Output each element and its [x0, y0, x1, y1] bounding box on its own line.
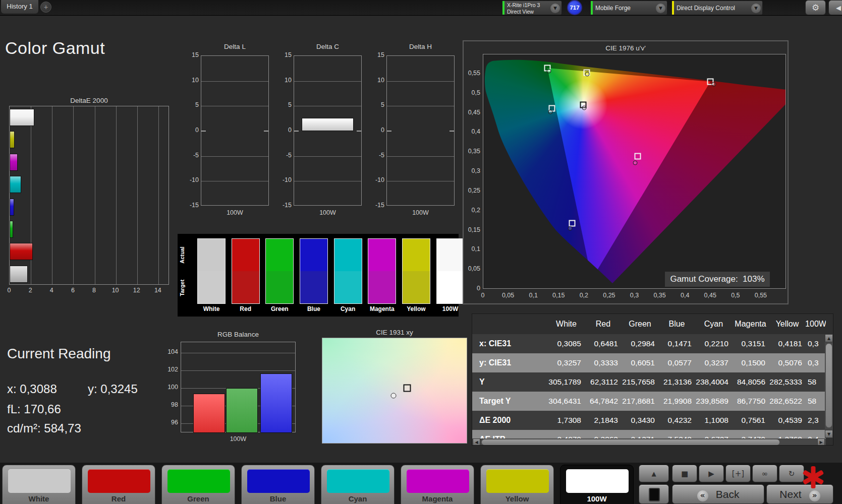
cie1976-y-tick: 0,25: [464, 187, 480, 194]
column-header-blue: Blue: [658, 314, 695, 334]
cell: 58: [806, 372, 826, 392]
delta-bar: [302, 118, 354, 131]
cie1976-y-tick: 0: [464, 285, 480, 292]
reading-cdm2: cd/m²: 584,73: [7, 421, 81, 435]
transport-stop-button[interactable]: ■: [672, 465, 697, 482]
swatch-target: [437, 271, 464, 303]
settings-button[interactable]: ⚙: [805, 0, 826, 15]
next-arrow-icon: »: [809, 490, 820, 501]
rgb-balance-title: RGB Balance: [181, 331, 296, 338]
target-marker-magenta: [635, 153, 641, 160]
delta-chart-plot-area: [294, 55, 362, 206]
stop-measure-asterisk-icon[interactable]: [802, 466, 825, 489]
patch-button-cyan[interactable]: Cyan: [321, 465, 395, 504]
deltae-bar-white: [10, 266, 28, 283]
cell: 0,3085: [548, 334, 585, 353]
swatch-label: 100W: [432, 305, 469, 312]
add-tab-button[interactable]: +: [40, 2, 51, 13]
delta-c-chart: Delta C151050-5-10-15100W: [294, 43, 362, 219]
source-dropdown[interactable]: Mobile Forge ▼: [590, 1, 667, 15]
chevron-down-icon[interactable]: ▼: [656, 4, 665, 13]
chevron-down-icon[interactable]: ▼: [751, 4, 761, 13]
scroll-left-icon[interactable]: ◀: [473, 438, 480, 446]
pattern-up-button[interactable]: ▲: [639, 465, 669, 482]
meter-dropdown[interactable]: X-Rite i1Pro 3 Direct View ▼: [502, 1, 562, 15]
cell: 0,4539: [769, 411, 806, 430]
cell: 1,7308: [548, 411, 585, 430]
delta-gridline: [387, 81, 454, 82]
table-header-row: WhiteRedGreenBlueCyanMagentaYellow100W: [472, 314, 826, 334]
cell: 282,6522: [769, 392, 806, 411]
cell: 0,3: [806, 334, 826, 353]
display-control-dropdown[interactable]: Direct Display Control ▼: [671, 1, 763, 15]
transport-single-measure-button[interactable]: [+]: [725, 465, 751, 482]
cie1976-x-tick: 0,2: [574, 292, 594, 299]
delta-y-tick: 0: [184, 127, 199, 134]
patch-button-white[interactable]: White: [2, 465, 76, 504]
cell: 86,7750: [732, 392, 769, 411]
zero-tick: [387, 131, 391, 132]
pattern-window-button[interactable]: [639, 484, 669, 504]
top-bar: History 1 + X-Rite i1Pro 3 Direct View ▼…: [0, 0, 842, 16]
deltae2000-x-tick: 10: [110, 287, 121, 294]
rgb-y-tick: 102: [161, 366, 178, 373]
patch-button-blue[interactable]: Blue: [241, 465, 315, 504]
row-label: Y: [472, 372, 548, 392]
cie1931-target-marker: [403, 385, 411, 392]
cell: 0,3237: [695, 353, 732, 372]
cie1976-x-tick: 0,15: [548, 292, 569, 299]
column-header-magenta: Magenta: [732, 314, 769, 334]
delta-gridline: [294, 106, 361, 106]
scroll-down-icon[interactable]: ▼: [825, 430, 833, 438]
scroll-up-icon[interactable]: ▲: [825, 334, 833, 342]
cell: 58: [806, 392, 826, 411]
swatch-yellow: [402, 238, 430, 304]
swatch-target: [232, 271, 259, 303]
cie1976-panel: CIE 1976 u'v' 0,550,50,450,40,350,30,250…: [463, 40, 789, 304]
transport-refresh-button[interactable]: ↻: [779, 465, 804, 482]
delta-y-tick: 15: [276, 51, 292, 58]
patch-button-100w[interactable]: 100W: [560, 465, 634, 504]
cie1931-panel: CIE 1931 xy: [322, 329, 467, 446]
cie1976-x-tick: 0,05: [498, 292, 518, 299]
measurement-table: WhiteRedGreenBlueCyanMagentaYellow100Wx:…: [472, 313, 833, 446]
patch-button-yellow[interactable]: Yellow: [480, 465, 554, 504]
table-row: y: CIE310,32570,33330,60510,05770,32370,…: [472, 353, 826, 372]
cell: 217,8681: [622, 392, 658, 411]
rgb-y-tick: 98: [161, 401, 178, 408]
deltae2000-x-tick: 2: [25, 287, 35, 294]
deltae-bar-100w: [10, 109, 34, 126]
swatch-label: Green: [261, 305, 298, 312]
swatch-red: [232, 238, 260, 304]
swatch-target: [403, 271, 430, 303]
row-label: x: CIE31: [472, 334, 548, 353]
tab-history-1[interactable]: History 1: [1, 0, 38, 14]
patch-swatch: [407, 469, 469, 493]
table-row: Target Y304,643164,7842217,868121,990823…: [472, 392, 826, 411]
transport-continuous-button[interactable]: ∞: [752, 465, 777, 482]
swatch-actual: [403, 239, 430, 271]
delta-chart-x-label: 100W: [294, 209, 362, 216]
cell: 0,5076: [769, 353, 806, 372]
patch-swatch: [167, 469, 230, 493]
rgb-balance-chart: RGB Balance 1041021009896 100W: [161, 331, 305, 448]
chevron-down-icon[interactable]: ▼: [550, 4, 560, 13]
back-button[interactable]: « Back: [672, 484, 764, 504]
patch-button-magenta[interactable]: Magenta: [401, 465, 474, 504]
v-scroll-thumb[interactable]: [825, 343, 832, 428]
swatch-actual: [334, 239, 362, 271]
delta-y-tick: 5: [184, 101, 199, 108]
delta-y-tick: -15: [276, 202, 292, 209]
cie1976-x-tick: 0,35: [650, 292, 670, 299]
delta-y-tick: 5: [276, 101, 292, 108]
collapse-panel-button[interactable]: ◀: [828, 0, 842, 15]
patch-button-green[interactable]: Green: [161, 465, 235, 504]
delta-gridline: [201, 156, 268, 157]
scroll-right-icon[interactable]: ▶: [817, 438, 825, 446]
patch-button-red[interactable]: Red: [82, 465, 155, 504]
h-scroll-thumb[interactable]: [481, 439, 780, 446]
cell: 0,6481: [585, 334, 622, 353]
cell: 0,0577: [658, 353, 695, 372]
table-corner-cell: [472, 314, 548, 334]
transport-play-button[interactable]: ▶: [699, 465, 724, 482]
